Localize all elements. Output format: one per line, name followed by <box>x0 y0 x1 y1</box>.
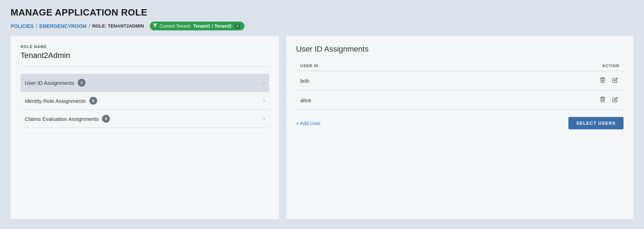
left-panel: ROLE NAME Tenant2Admin User ID Assignmen… <box>11 36 279 219</box>
chevron-right-icon-user-id: › <box>263 80 265 86</box>
chevron-right-icon-identity-role: › <box>263 98 265 104</box>
chevron-right-icon-claims: › <box>263 116 265 122</box>
table-header: USER ID ACTION <box>296 61 624 71</box>
table-footer: + Add User SELECT USERS <box>296 117 624 129</box>
assignment-label-user-id: User ID Assignments <box>25 80 74 86</box>
delete-bob-button[interactable] <box>598 76 607 85</box>
edit-bob-button[interactable] <box>611 77 619 85</box>
right-panel: User ID Assignments USER ID ACTION bob <box>286 36 633 219</box>
role-name-value: Tenant2Admin <box>20 51 269 67</box>
table-row: bob <box>296 71 624 90</box>
user-id-bob: bob <box>296 71 420 90</box>
header: MANAGE APPLICATION ROLE POLICIES / EMERG… <box>0 0 644 36</box>
col-action: ACTION <box>602 64 619 68</box>
tenant-value: Tenant1 / Tenant2 <box>193 23 232 29</box>
assignment-item-claims[interactable]: Claims Evaluation Assignments 0 › <box>20 110 269 128</box>
right-panel-title: User ID Assignments <box>296 45 624 54</box>
breadcrumb-emergencyroom[interactable]: EMERGENCYROOM <box>39 23 87 29</box>
assignment-label-identity-role: Identity Role Assignments <box>25 98 86 104</box>
breadcrumb: POLICIES / EMERGENCYROOM / ROLE: TENANT2… <box>11 22 633 30</box>
page-title: MANAGE APPLICATION ROLE <box>11 7 633 18</box>
delete-alice-button[interactable] <box>598 95 607 105</box>
breadcrumb-sep-1: / <box>36 23 37 29</box>
assignments-table: bob <box>296 71 624 110</box>
breadcrumb-sep-2: / <box>89 23 90 29</box>
assignment-badge-claims: 0 <box>102 115 110 123</box>
table-row: alice <box>296 90 624 110</box>
actions-bob <box>420 71 624 90</box>
add-user-link[interactable]: + Add User <box>296 121 321 126</box>
assignment-label-claims: Claims Evaluation Assignments <box>25 116 99 122</box>
tenant-close-icon[interactable]: ✕ <box>235 23 240 29</box>
assignment-badge-user-id: 2 <box>78 79 85 87</box>
edit-alice-button[interactable] <box>611 96 619 105</box>
filter-icon <box>153 23 158 29</box>
breadcrumb-policies[interactable]: POLICIES <box>11 23 34 29</box>
actions-alice <box>420 90 624 110</box>
tenant-badge[interactable]: Current Tenant: Tenant1 / Tenant2 ✕ <box>150 22 244 30</box>
user-id-alice: alice <box>296 90 420 110</box>
main-content: ROLE NAME Tenant2Admin User ID Assignmen… <box>0 36 644 226</box>
tenant-label: Current Tenant: <box>160 23 191 29</box>
assignment-item-user-id[interactable]: User ID Assignments 2 › <box>20 74 269 92</box>
assignment-badge-identity-role: 0 <box>89 97 97 105</box>
select-users-button[interactable]: SELECT USERS <box>568 117 624 129</box>
assignment-list: User ID Assignments 2 › Identity Role As… <box>20 74 269 128</box>
role-name-label: ROLE NAME <box>20 45 269 49</box>
breadcrumb-role: ROLE: TENANT2ADMIN <box>92 23 144 29</box>
assignment-item-identity-role[interactable]: Identity Role Assignments 0 › <box>20 92 269 110</box>
col-user-id: USER ID <box>300 64 319 68</box>
